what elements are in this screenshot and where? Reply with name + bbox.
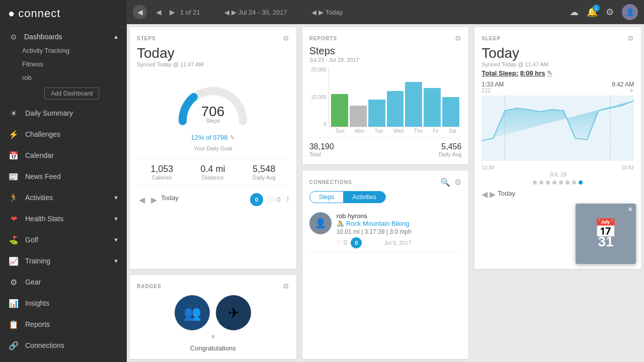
steps-count-badge[interactable]: 0	[250, 193, 263, 206]
steps-nav-arrows: ◀ ▶ Today	[137, 194, 179, 206]
bar-mon	[350, 106, 367, 127]
add-dashboard-button[interactable]: Add Dashboard	[44, 87, 99, 100]
reports-title: Steps	[309, 45, 462, 57]
notifications-icon[interactable]: 🔔 1	[587, 7, 598, 18]
connection-date: Jul 5, 2017	[384, 240, 412, 246]
badges-section-label: BADGES	[137, 284, 162, 289]
steps-gear-icon[interactable]: ⚙	[283, 34, 289, 42]
steps-next-button[interactable]: ▶	[149, 194, 159, 206]
activities-icon: 🏃	[8, 192, 19, 203]
sidebar-item-activities[interactable]: 🏃 Activities ▼	[0, 187, 127, 208]
calendar-icon: 📅	[8, 150, 19, 161]
calendar-notification: 📅 31	[594, 218, 617, 250]
sidebar-item-training[interactable]: 📈 Training ▼	[0, 250, 127, 272]
connections-header-icons: 🔍 ⚙	[440, 177, 461, 187]
sidebar-item-rob[interactable]: rob	[22, 71, 127, 84]
reports-date-range: Jul 23 - Jul 29, 2017	[309, 57, 462, 63]
sleep-dot-active	[579, 180, 583, 185]
sidebar-item-challenges[interactable]: ⚡ Challenges	[0, 124, 127, 145]
reports-gear-icon[interactable]: ⚙	[455, 34, 461, 42]
collapse-sidebar-button[interactable]: ◀	[133, 5, 147, 19]
sidebar-item-golf[interactable]: ⛳ Golf ▼	[0, 229, 127, 250]
activities-arrow: ▼	[113, 195, 119, 201]
badges-expand-icon[interactable]: ▼	[137, 333, 289, 340]
sidebar-label-insights: Insights	[25, 299, 49, 307]
bar-sun	[331, 94, 348, 127]
sidebar-item-groups[interactable]: 👥 Groups	[0, 356, 127, 362]
activity-name[interactable]: Rock Mountain Biking	[346, 220, 410, 227]
like-button[interactable]: ♡ 0	[337, 239, 347, 246]
connections-search-icon[interactable]: 🔍	[440, 177, 450, 187]
sleep-total-text: Total Sleep: 8:09 hrs ✎	[481, 69, 634, 77]
next-page-button[interactable]: ▶	[167, 7, 178, 17]
sidebar-item-reports[interactable]: 📋 Reports	[0, 314, 127, 335]
col2-next-button[interactable]: ▶	[231, 9, 236, 16]
connections-section-label: CONNECTIONS	[309, 179, 352, 185]
sidebar-item-insights[interactable]: 📊 Insights	[0, 293, 127, 314]
col3-next-button[interactable]: ▶	[318, 9, 324, 16]
steps-navigation: ◀ ▶ Today 0 ♡ 0 ⤴	[137, 193, 289, 206]
golf-icon: ⛳	[8, 234, 19, 245]
connections-gear-icon[interactable]: ⚙	[454, 177, 461, 187]
col3-prev-button[interactable]: ◀	[311, 9, 316, 16]
chart-y-max: 20,000	[309, 67, 327, 72]
sleep-gear-icon[interactable]: ⚙	[627, 34, 634, 42]
sleep-edit-icon[interactable]: ✎	[547, 69, 552, 77]
sidebar-item-calendar[interactable]: 📅 Calendar	[0, 145, 127, 166]
sidebar-item-health-stats[interactable]: ❤ Health Stats ▼	[0, 208, 127, 229]
daily-summary-icon: ☀	[8, 108, 19, 119]
sidebar-item-fitness[interactable]: Fitness	[22, 57, 127, 71]
sidebar-item-activity-tracking[interactable]: Activity Tracking	[22, 44, 127, 57]
bar-tue	[368, 100, 385, 127]
distance-label: Distance	[200, 174, 225, 180]
sleep-prev-button[interactable]: ◀	[481, 190, 488, 199]
like-icon[interactable]: ♡ 0	[268, 196, 281, 204]
svg-text:Steps: Steps	[206, 118, 220, 124]
badge-circle-1: 👥	[175, 295, 210, 330]
topbar: ◀ ◀ ▶ 1 of 21 ◀ ▶ Jul 24 - 30, 2017 ◀ ▶ …	[127, 0, 644, 24]
sidebar-label-reports: Reports	[25, 320, 50, 328]
sleep-sync-text: Synced Today @ 11:47 AM	[481, 61, 634, 67]
badge-2: ✈	[216, 295, 251, 330]
sidebar-item-connections[interactable]: 🔗 Connections	[0, 335, 127, 356]
sidebar-label-daily-summary: Daily Summary	[25, 109, 73, 117]
flag-badge[interactable]: 0	[351, 237, 362, 248]
distance-value: 0.4 mi	[200, 164, 225, 174]
sleep-dot-4	[552, 180, 556, 185]
sleep-next-button[interactable]: ▶	[490, 190, 496, 199]
sidebar-item-daily-summary[interactable]: ☀ Daily Summary	[0, 103, 127, 124]
tab-activities[interactable]: Activities	[343, 192, 385, 203]
col2-prev-button[interactable]: ◀	[224, 9, 229, 16]
notification-popup: ✕ 📅 31	[576, 204, 636, 264]
training-arrow: ▼	[113, 258, 119, 264]
reports-total-label: Total	[309, 151, 334, 157]
prev-page-button[interactable]: ◀	[153, 7, 165, 17]
sidebar-item-news-feed[interactable]: 📰 News Feed	[0, 166, 127, 187]
settings-icon[interactable]: ⚙	[606, 7, 614, 18]
upload-icon[interactable]: ☁	[570, 7, 579, 18]
dashboard-grid: STEPS ⚙ Today Synced Today @ 11:47 AM 70…	[127, 24, 644, 362]
connection-activity: 🚴 Rock Mountain Biking	[337, 220, 412, 227]
user-avatar[interactable]: 👤	[622, 4, 638, 20]
goal-edit-icon[interactable]: ✎	[229, 134, 235, 141]
badges-gear-icon[interactable]: ⚙	[283, 282, 289, 290]
steps-gauge-container: 706 Steps	[137, 73, 289, 129]
calories-stat: 1,053 Calories	[150, 164, 173, 180]
chart-x-labels: Sun Mon Tue Wed Thu Fri Sat	[331, 128, 462, 134]
sleep-dot-6	[566, 180, 570, 185]
tab-steps[interactable]: Steps	[310, 192, 344, 203]
reports-card-header: REPORTS ⚙	[309, 34, 462, 42]
cycling-icon: 🚴	[337, 220, 344, 227]
steps-card-header: STEPS ⚙	[137, 34, 289, 42]
calories-value: 1,053	[150, 164, 173, 174]
sidebar-item-gear[interactable]: ⚙ Gear	[0, 272, 127, 293]
notification-close-button[interactable]: ✕	[627, 206, 633, 213]
reports-daily-avg-label: Daily Avg	[439, 151, 462, 157]
badges-grid: 👥 ✈	[137, 295, 289, 330]
sidebar-item-dashboards[interactable]: ⊙ Dashboards ▲	[0, 28, 127, 44]
training-icon: 📈	[8, 255, 19, 266]
sleep-dot-2	[539, 180, 543, 185]
bar-sat	[442, 97, 459, 127]
steps-prev-button[interactable]: ◀	[137, 194, 147, 206]
share-icon[interactable]: ⤴	[286, 196, 289, 204]
